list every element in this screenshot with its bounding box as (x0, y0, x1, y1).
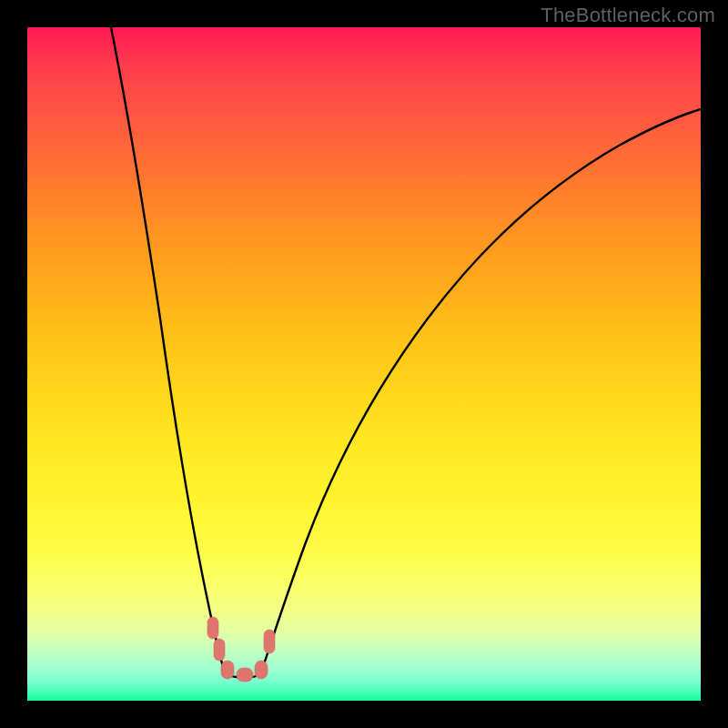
plot-area (27, 27, 701, 701)
marker (221, 661, 234, 679)
marker (214, 639, 225, 661)
bottleneck-curve (27, 27, 701, 701)
curve-left-branch (111, 27, 224, 670)
marker (264, 630, 275, 653)
attribution-watermark: TheBottleneck.com (541, 4, 715, 27)
marker (207, 617, 218, 639)
curve-right-branch (262, 109, 701, 670)
marker (255, 661, 268, 679)
chart-frame: TheBottleneck.com (0, 0, 728, 728)
marker (237, 668, 253, 682)
valley-markers (207, 617, 275, 682)
